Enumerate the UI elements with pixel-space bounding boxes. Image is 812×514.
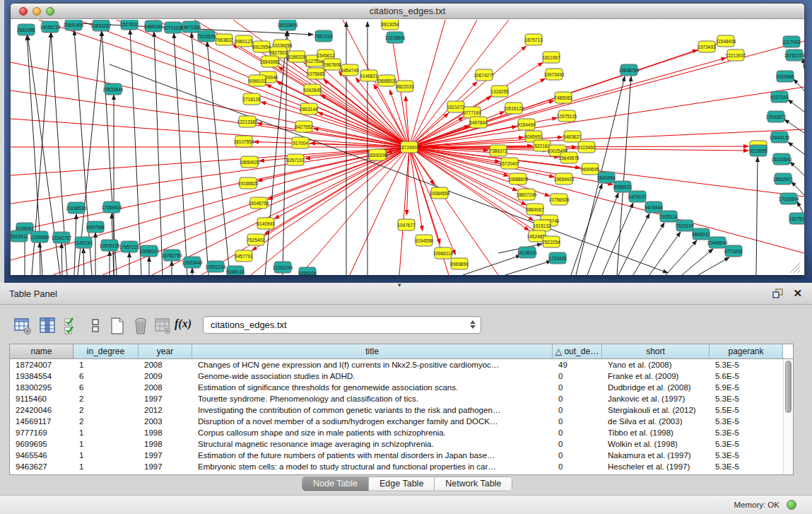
network-node[interactable]: 6479107 xyxy=(628,191,647,202)
network-edge[interactable] xyxy=(618,214,649,275)
network-node[interactable]: 12923448 xyxy=(182,257,203,268)
float-panel-icon[interactable] xyxy=(772,288,784,299)
network-node[interactable]: 9096103 xyxy=(248,75,266,86)
tab-network-table[interactable]: Network Table xyxy=(435,477,512,491)
network-node[interactable]: 7663822 xyxy=(215,34,233,45)
network-node[interactable]: 7485083 xyxy=(554,92,572,103)
network-node[interactable]: 12444136 xyxy=(770,132,790,143)
network-node[interactable]: 10445544 xyxy=(707,237,728,248)
close-panel-icon[interactable]: ✕ xyxy=(793,287,802,300)
network-node[interactable]: 9115460 xyxy=(578,141,596,153)
network-node[interactable]: 9457791 xyxy=(235,250,253,262)
network-node[interactable]: 1875713 xyxy=(524,34,543,45)
network-edge[interactable] xyxy=(130,30,141,275)
table-row[interactable]: 2242004622012Investigating the contribut… xyxy=(10,404,793,416)
network-edge[interactable] xyxy=(617,76,631,275)
network-node[interactable]: 19654923 xyxy=(554,173,575,185)
network-node[interactable]: 3915911 xyxy=(11,230,28,242)
network-node[interactable]: 10958107 xyxy=(139,245,160,257)
show-columns-button[interactable] xyxy=(37,316,57,336)
network-node[interactable]: 19384554 xyxy=(430,187,450,199)
network-node[interactable]: 18807249 xyxy=(517,189,537,200)
network-node[interactable]: 8822033 xyxy=(396,81,414,92)
table-row[interactable]: 1830029562008Estimation of significance … xyxy=(10,382,793,393)
column-header-title[interactable]: title xyxy=(192,344,553,358)
table-row[interactable]: 946362711997Embryonic stem cells: a mode… xyxy=(10,461,793,472)
network-node[interactable]: 16543982 xyxy=(260,56,281,67)
row-height-button[interactable] xyxy=(86,316,105,336)
network-node[interactable]: 16046756 xyxy=(249,197,269,209)
table-row[interactable]: 1872400712008Changes of HCN gene express… xyxy=(10,359,793,370)
network-node[interactable]: 9146821 xyxy=(360,70,378,81)
network-node[interactable]: 9463627 xyxy=(563,131,582,142)
table-row[interactable]: 946554611997Estimation of the future num… xyxy=(10,450,793,461)
network-node[interactable]: 1615132 xyxy=(533,220,551,231)
function-builder-button[interactable]: f(x) xyxy=(175,317,192,330)
network-node[interactable]: 8912954 xyxy=(252,41,271,52)
table-mode-button[interactable] xyxy=(13,316,33,336)
network-edge[interactable] xyxy=(174,33,187,275)
network-node[interactable]: 7625402 xyxy=(247,234,265,245)
network-edge[interactable] xyxy=(633,223,664,275)
network-edge[interactable] xyxy=(756,157,758,275)
close-window-button[interactable] xyxy=(19,7,28,16)
network-edge[interactable] xyxy=(463,255,521,275)
network-edge[interactable] xyxy=(784,119,804,133)
network-edge[interactable] xyxy=(83,248,84,275)
table-row[interactable]: 969969511998Structural magnetic resonanc… xyxy=(10,438,793,450)
network-node[interactable]: 12505135 xyxy=(100,240,120,251)
network-node[interactable]: 14055724 xyxy=(40,21,61,33)
network-node[interactable]: 7386372 xyxy=(489,145,507,156)
network-node[interactable]: 9215955 xyxy=(749,145,767,156)
network-edge[interactable] xyxy=(409,147,423,230)
network-node[interactable]: 10688609 xyxy=(508,173,529,185)
network-node[interactable]: 17016504 xyxy=(779,193,799,204)
network-node[interactable]: 7515526 xyxy=(197,30,216,42)
network-node[interactable]: 1811967 xyxy=(543,52,560,63)
network-node[interactable]: 15720407 xyxy=(500,158,520,169)
network-window[interactable]: citations_edges.txt 26624551405572420691… xyxy=(10,3,805,275)
network-node[interactable]: 1117043 xyxy=(783,36,801,47)
network-node[interactable]: 10551234 xyxy=(206,261,226,272)
network-node[interactable]: 11156869 xyxy=(30,231,49,243)
network-window-titlebar[interactable]: citations_edges.txt xyxy=(11,4,804,19)
network-node[interactable]: 2935114 xyxy=(660,211,678,222)
network-edge[interactable] xyxy=(698,257,729,275)
tab-node-table[interactable]: Node Table xyxy=(302,477,369,491)
network-node[interactable]: 16782759 xyxy=(162,250,182,261)
network-node[interactable]: 12213382 xyxy=(237,116,258,127)
table-row[interactable]: 1456911722003Disruption of a novel membe… xyxy=(10,416,793,427)
network-node[interactable]: 1640954 xyxy=(597,172,616,183)
network-node[interactable]: 16033809 xyxy=(278,20,298,30)
network-node[interactable]: 15692971 xyxy=(773,173,794,185)
network-node[interactable]: 9884067 xyxy=(526,204,544,215)
select-attributes-button[interactable] xyxy=(62,316,82,336)
table-row[interactable]: 1938455462009Genome-wide association stu… xyxy=(10,370,793,382)
frame-resize-grip[interactable] xyxy=(797,270,800,273)
network-node[interactable]: 2803144 xyxy=(300,103,318,115)
network-node[interactable]: 15688520 xyxy=(377,75,397,86)
network-node[interactable]: 7629197 xyxy=(676,220,694,231)
memory-ok-indicator[interactable] xyxy=(787,500,796,510)
network-node[interactable]: 10756928 xyxy=(549,194,570,205)
network-node[interactable]: 14138141 xyxy=(517,247,538,258)
network-edge[interactable] xyxy=(409,20,509,147)
network-edge[interactable] xyxy=(11,119,409,147)
network-node[interactable]: 6773202 xyxy=(724,245,743,257)
network-node[interactable]: 8267110 xyxy=(287,154,305,165)
scrollbar-thumb[interactable] xyxy=(785,361,792,413)
table-row[interactable]: 911546021997Tourette syndrome. Phenomeno… xyxy=(10,393,793,404)
network-node[interactable]: 9329966 xyxy=(776,71,794,82)
network-edge[interactable] xyxy=(11,147,409,232)
network-edge[interactable] xyxy=(40,243,40,275)
network-edge[interactable] xyxy=(790,162,804,175)
network-node[interactable]: 12342757 xyxy=(52,232,72,243)
network-edge[interactable] xyxy=(61,243,62,275)
network-node[interactable]: 10516122 xyxy=(504,103,524,114)
network-node[interactable]: 12093872 xyxy=(766,111,787,122)
network-node[interactable]: 9346143 xyxy=(226,266,245,275)
network-node[interactable]: 16648784 xyxy=(619,64,640,76)
network-node[interactable]: 10653287 xyxy=(91,20,112,31)
network-node[interactable]: 6140993 xyxy=(257,218,275,229)
network-node[interactable]: 18724007 xyxy=(399,141,420,153)
